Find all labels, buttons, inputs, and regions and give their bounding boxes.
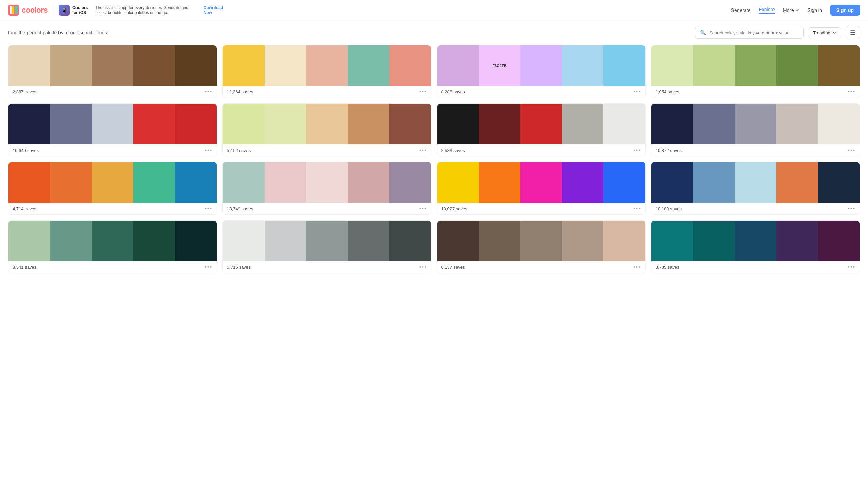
palette-more-button[interactable]: ••• — [205, 147, 212, 153]
palette-more-button[interactable]: ••• — [633, 206, 641, 212]
palette-card[interactable]: 11,364 saves••• — [222, 45, 431, 98]
color-swatch[interactable] — [8, 162, 50, 203]
color-swatch[interactable] — [562, 221, 603, 261]
palette-more-button[interactable]: ••• — [848, 89, 855, 95]
color-swatch[interactable] — [520, 45, 562, 86]
color-swatch[interactable] — [735, 104, 776, 144]
color-swatch[interactable] — [776, 162, 818, 203]
color-swatch[interactable] — [175, 162, 217, 203]
color-swatch[interactable] — [133, 104, 175, 144]
palette-card[interactable]: 13,749 saves••• — [222, 162, 431, 215]
filter-dropdown[interactable]: Trending — [808, 27, 841, 38]
palette-card[interactable]: 4,714 saves••• — [8, 162, 217, 215]
palette-more-button[interactable]: ••• — [419, 264, 427, 270]
palette-card[interactable]: 8,541 saves••• — [8, 220, 217, 273]
color-swatch[interactable] — [735, 221, 776, 261]
color-swatch[interactable] — [348, 162, 389, 203]
color-swatch[interactable] — [651, 45, 693, 86]
search-box[interactable]: 🔍 — [695, 27, 804, 39]
color-swatch[interactable] — [133, 162, 175, 203]
color-swatch[interactable] — [306, 104, 347, 144]
color-swatch[interactable] — [520, 162, 562, 203]
color-swatch[interactable] — [348, 45, 389, 86]
color-swatch[interactable] — [265, 162, 306, 203]
color-swatch[interactable] — [265, 221, 306, 261]
color-swatch[interactable] — [223, 162, 264, 203]
color-swatch[interactable] — [8, 45, 50, 86]
color-swatch[interactable] — [92, 104, 133, 144]
color-swatch[interactable] — [306, 45, 347, 86]
color-swatch[interactable] — [776, 104, 818, 144]
color-swatch[interactable] — [562, 45, 603, 86]
color-swatch[interactable] — [50, 162, 91, 203]
color-swatch[interactable] — [437, 221, 479, 261]
color-swatch[interactable] — [223, 104, 264, 144]
palette-more-button[interactable]: ••• — [419, 89, 427, 95]
color-swatch[interactable] — [223, 221, 264, 261]
palette-card[interactable]: 10,872 saves••• — [651, 103, 860, 156]
color-swatch[interactable] — [133, 221, 175, 261]
color-swatch[interactable] — [50, 45, 91, 86]
palette-more-button[interactable]: ••• — [848, 147, 855, 153]
color-swatch[interactable] — [50, 221, 91, 261]
color-swatch[interactable] — [306, 221, 347, 261]
color-swatch[interactable] — [175, 45, 217, 86]
color-swatch[interactable] — [306, 162, 347, 203]
color-swatch[interactable] — [562, 104, 603, 144]
palette-more-button[interactable]: ••• — [633, 264, 641, 270]
color-swatch[interactable] — [520, 221, 562, 261]
color-swatch[interactable] — [520, 104, 562, 144]
color-swatch[interactable] — [693, 221, 734, 261]
palette-more-button[interactable]: ••• — [848, 264, 855, 270]
color-swatch[interactable] — [693, 104, 734, 144]
color-swatch[interactable] — [735, 162, 776, 203]
color-swatch[interactable] — [479, 221, 520, 261]
color-swatch[interactable] — [92, 45, 133, 86]
palette-more-button[interactable]: ••• — [205, 264, 212, 270]
color-swatch[interactable] — [133, 45, 175, 86]
color-swatch[interactable] — [389, 162, 431, 203]
color-swatch[interactable] — [651, 162, 693, 203]
palette-more-button[interactable]: ••• — [419, 147, 427, 153]
palette-card[interactable]: 1,054 saves••• — [651, 45, 860, 98]
color-swatch[interactable] — [776, 221, 818, 261]
palette-more-button[interactable]: ••• — [633, 89, 641, 95]
palette-more-button[interactable]: ••• — [205, 206, 212, 212]
logo-link[interactable]: coolors — [8, 5, 48, 16]
palette-card[interactable]: 6,137 saves••• — [437, 220, 646, 273]
nav-more[interactable]: More — [783, 7, 799, 13]
palette-card[interactable]: F3C4FB8,288 saves••• — [437, 45, 646, 98]
palette-more-button[interactable]: ••• — [419, 206, 427, 212]
color-swatch[interactable] — [348, 104, 389, 144]
color-swatch[interactable] — [8, 104, 50, 144]
palette-card[interactable]: 10,189 saves••• — [651, 162, 860, 215]
palette-card[interactable]: 10,027 saves••• — [437, 162, 646, 215]
color-swatch[interactable] — [603, 162, 645, 203]
palette-card[interactable]: 3,735 saves••• — [651, 220, 860, 273]
color-swatch[interactable] — [603, 45, 645, 86]
color-swatch[interactable] — [265, 45, 306, 86]
color-swatch[interactable] — [776, 45, 818, 86]
color-swatch[interactable] — [389, 45, 431, 86]
color-swatch[interactable] — [50, 104, 91, 144]
search-input[interactable] — [709, 30, 799, 35]
color-swatch[interactable] — [603, 221, 645, 261]
palette-card[interactable]: 2,867 saves••• — [8, 45, 217, 98]
color-swatch[interactable] — [562, 162, 603, 203]
color-swatch[interactable] — [818, 45, 860, 86]
palette-more-button[interactable]: ••• — [205, 89, 212, 95]
color-swatch[interactable] — [175, 104, 217, 144]
menu-icon-button[interactable]: ☰ — [846, 26, 860, 39]
color-swatch[interactable] — [389, 221, 431, 261]
color-swatch[interactable] — [693, 45, 734, 86]
app-promo-download-link[interactable]: Download Now — [204, 5, 223, 15]
color-swatch[interactable] — [818, 162, 860, 203]
color-swatch[interactable] — [651, 104, 693, 144]
palette-card[interactable]: 10,640 saves••• — [8, 103, 217, 156]
palette-card[interactable]: 5,152 saves••• — [222, 103, 431, 156]
color-swatch[interactable] — [651, 221, 693, 261]
color-swatch[interactable] — [223, 45, 264, 86]
palette-card[interactable]: 5,716 saves••• — [222, 220, 431, 273]
color-swatch[interactable] — [479, 162, 520, 203]
color-swatch[interactable] — [92, 162, 133, 203]
